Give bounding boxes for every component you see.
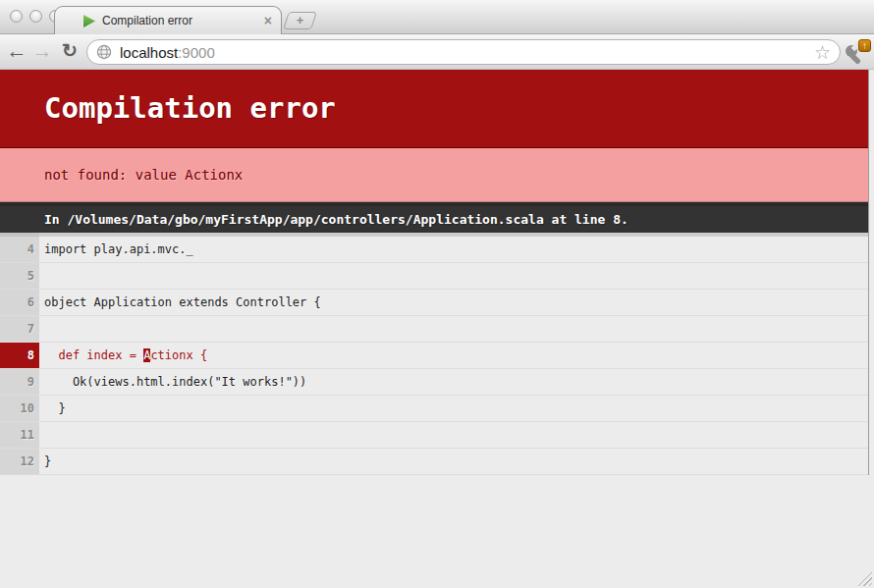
code-line-8: 8 def index = Actionx { bbox=[0, 343, 868, 369]
code-line-10: 10 } bbox=[0, 396, 868, 422]
bookmark-star-icon[interactable]: ☆ bbox=[814, 43, 831, 62]
line-number: 12 bbox=[0, 449, 39, 474]
page-title: Compilation error bbox=[0, 70, 868, 148]
tab-title: Compilation error bbox=[102, 14, 258, 27]
line-code: def index = Actionx { bbox=[39, 343, 868, 368]
play-favicon-icon bbox=[82, 14, 96, 28]
line-number: 9 bbox=[0, 369, 39, 395]
code-before-marker: def index = bbox=[44, 348, 143, 362]
browser-toolbar: ← → ↻ localhost:9000 ☆ ↑ bbox=[0, 33, 874, 70]
tab-strip: Compilation error × + bbox=[0, 0, 874, 33]
url-host: localhost bbox=[120, 44, 178, 61]
line-code: } bbox=[39, 396, 868, 421]
url-port: :9000 bbox=[178, 44, 215, 61]
line-number: 10 bbox=[0, 396, 39, 421]
line-code bbox=[39, 316, 868, 342]
code-line-4: 4import play.api.mvc._ bbox=[0, 237, 868, 263]
line-code bbox=[39, 263, 868, 289]
code-after-marker: ctionx { bbox=[150, 348, 207, 362]
line-number: 8 bbox=[0, 343, 39, 368]
window-close-button[interactable] bbox=[10, 10, 23, 23]
back-button[interactable]: ← bbox=[4, 34, 29, 69]
globe-icon bbox=[96, 44, 112, 60]
line-number: 4 bbox=[0, 237, 39, 262]
update-badge: ↑ bbox=[858, 39, 871, 52]
line-number: 11 bbox=[0, 422, 39, 448]
window-minimize-button[interactable] bbox=[29, 10, 42, 23]
line-number: 5 bbox=[0, 263, 39, 289]
code-line-6: 6object Application extends Controller { bbox=[0, 290, 868, 316]
url-text[interactable]: localhost:9000 bbox=[120, 44, 215, 61]
forward-button: → bbox=[29, 34, 55, 69]
line-code: import play.api.mvc._ bbox=[39, 237, 868, 262]
line-code: Ok(views.html.index("It works!")) bbox=[39, 369, 868, 395]
error-detail: not found: value Actionx bbox=[0, 148, 868, 202]
code-listing: 4import play.api.mvc._56object Applicati… bbox=[0, 237, 868, 475]
line-number: 6 bbox=[0, 290, 39, 315]
tab-close-icon[interactable]: × bbox=[264, 14, 272, 27]
menu-wrench-button[interactable]: ↑ bbox=[843, 40, 872, 66]
code-line-11: 11 bbox=[0, 422, 868, 449]
code-line-9: 9 Ok(views.html.index("It works!")) bbox=[0, 369, 868, 396]
new-tab-button[interactable]: + bbox=[283, 12, 317, 29]
address-bar[interactable]: localhost:9000 ☆ bbox=[86, 39, 841, 65]
line-code bbox=[39, 422, 868, 448]
error-location: In /Volumes/Data/gbo/myFirstApp/app/cont… bbox=[0, 202, 868, 233]
error-page: Compilation error not found: value Actio… bbox=[0, 70, 869, 475]
line-number: 7 bbox=[0, 316, 39, 342]
code-line-7: 7 bbox=[0, 316, 868, 343]
browser-tab[interactable]: Compilation error × bbox=[54, 6, 282, 34]
plus-icon: + bbox=[287, 13, 313, 28]
line-code: object Application extends Controller { bbox=[39, 290, 868, 315]
code-line-12: 12} bbox=[0, 449, 868, 475]
code-line-5: 5 bbox=[0, 263, 868, 290]
line-code: } bbox=[39, 449, 868, 474]
window-resize-grip[interactable] bbox=[854, 568, 872, 586]
reload-button[interactable]: ↻ bbox=[57, 34, 82, 69]
